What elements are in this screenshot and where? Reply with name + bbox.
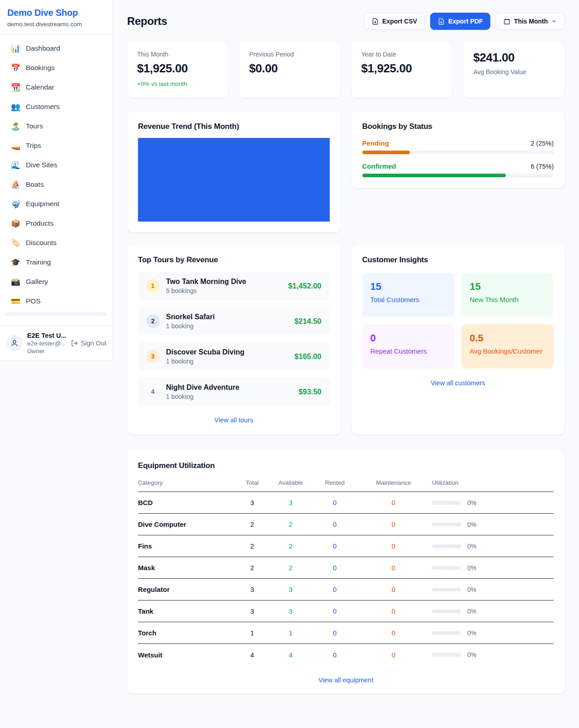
col-total: Total [235, 479, 269, 486]
sign-out-button[interactable]: Sign Out [71, 340, 106, 347]
sidebar-item-label: Products [26, 219, 53, 227]
revenue-trend-chart [138, 138, 330, 222]
equipment-total: 2 [235, 520, 269, 528]
stat-value: $1,925.00 [361, 61, 443, 76]
view-all-equipment-link[interactable]: View all equipment [318, 676, 373, 684]
equipment-rented: 0 [312, 651, 357, 659]
status-value: 2 (25%) [531, 140, 554, 147]
rank-badge: 2 [146, 314, 160, 328]
equipment-available: 3 [269, 607, 312, 615]
tour-revenue: $214.50 [294, 317, 322, 326]
sidebar-item-label: Customers [26, 103, 60, 111]
sidebar-item-training[interactable]: 🎓 Training [5, 254, 107, 271]
insights-row: Top Tours by Revenue 1 Two Tank Morning … [127, 245, 565, 435]
equipment-maintenance: 0 [357, 629, 430, 637]
col-available: Available [269, 479, 312, 486]
brand-name: Demo Dive Shop [7, 8, 105, 18]
sidebar-item-dashboard[interactable]: 📊 Dashboard [5, 40, 107, 57]
sidebar-item-label: Tours [26, 122, 43, 130]
equipment-rented: 0 [312, 586, 357, 593]
page-title: Reports [127, 15, 167, 28]
user-email: e2e-tester@... [27, 340, 66, 347]
sidebar-item-customers[interactable]: 👥 Customers [5, 98, 107, 115]
status-label: Confirmed [362, 162, 396, 170]
table-row: Dive Computer 2 2 0 0 0% [138, 514, 554, 535]
sidebar-item-label: POS [26, 297, 41, 305]
period-dropdown[interactable]: This Month [496, 13, 565, 30]
tour-row: 1 Two Tank Morning Dive 5 bookings $1,45… [138, 272, 330, 300]
stat-delta: +0% vs last month [137, 80, 218, 87]
bookings-by-status-card: Bookings by Status Pending 2 (25%) Confi… [351, 111, 565, 188]
user-name: E2E Test U... [27, 332, 66, 339]
rank-badge: 1 [146, 279, 160, 293]
utilization-bar [432, 588, 461, 591]
brand-domain: demo.test.divestreams.com [7, 21, 105, 28]
brand-block: Demo Dive Shop demo.test.divestreams.com [0, 0, 113, 34]
export-csv-button[interactable]: Export CSV [364, 13, 425, 30]
equipment-rented: 0 [312, 629, 357, 637]
credit-card-icon: 💳 [11, 297, 20, 306]
status-label: Pending [362, 139, 389, 147]
sidebar-item-boats[interactable]: ⛵ Boats [5, 176, 107, 193]
sidebar-item-pos[interactable]: 💳 POS [5, 293, 107, 310]
equipment-category: Dive Computer [138, 520, 235, 528]
header-actions: Export CSV Export PDF This Month [364, 13, 565, 30]
sidebar-item-dive-sites[interactable]: 🌊 Dive Sites [5, 156, 107, 174]
island-icon: 🏝️ [11, 122, 20, 131]
equipment-maintenance: 0 [357, 499, 430, 506]
utilization-percent: 0% [467, 521, 476, 528]
sidebar-item-discounts[interactable]: 🏷️ Discounts [5, 234, 107, 251]
equipment-available: 2 [269, 564, 312, 572]
tile-new-this-month: 15 New This Month [461, 273, 554, 317]
view-all-tours-link[interactable]: View all tours [214, 416, 253, 424]
sign-out-icon [71, 340, 78, 347]
equipment-maintenance: 0 [357, 520, 430, 528]
charts-row: Revenue Trend (This Month) Bookings by S… [127, 111, 565, 232]
utilization-percent: 0% [467, 564, 476, 572]
rank-badge: 4 [146, 385, 160, 398]
wave-icon: 🌊 [11, 161, 20, 170]
tour-revenue: $1,452.00 [288, 282, 321, 290]
table-row: Torch 1 1 0 0 0% [138, 622, 554, 644]
sidebar-item-label: Dive Sites [26, 161, 57, 169]
sidebar-item-products[interactable]: 📦 Products [5, 215, 107, 232]
view-all-customers-link[interactable]: View all customers [431, 379, 485, 387]
sidebar-item-bookings[interactable]: 📅 Bookings [5, 59, 107, 76]
top-tours-title: Top Tours by Revenue [138, 255, 330, 265]
tile-value: 0 [370, 332, 446, 344]
sailboat-icon: ⛵ [11, 180, 20, 189]
equipment-table-header: Category Total Available Rented Maintena… [138, 479, 554, 492]
export-pdf-button[interactable]: Export PDF [430, 13, 490, 30]
stat-value: $0.00 [249, 61, 331, 76]
rank-badge: 3 [146, 350, 160, 363]
equipment-category: Wetsuit [138, 651, 235, 659]
tile-avg-bookings-customer: 0.5 Avg Bookings/Customer [461, 324, 554, 369]
sidebar-item-label: Equipment [26, 200, 59, 208]
user-role: Owner [27, 348, 66, 355]
sidebar-item-equipment[interactable]: 🤿 Equipment [5, 195, 107, 213]
stat-card-year-to-date: Year to Date $1,925.00 [351, 42, 453, 98]
tour-name: Night Dive Adventure [166, 383, 292, 392]
equipment-category: BCD [138, 499, 235, 506]
utilization-percent: 0% [467, 499, 476, 506]
equipment-total: 4 [235, 651, 269, 659]
status-row-confirmed: Confirmed 6 (75%) [362, 162, 554, 177]
sidebar-item-label: Trips [26, 142, 41, 150]
sidebar-item-tours[interactable]: 🏝️ Tours [5, 118, 107, 135]
table-row: Regulator 3 3 0 0 0% [138, 579, 554, 600]
graduation-cap-icon: 🎓 [11, 258, 20, 267]
stat-label: This Month [137, 51, 218, 58]
equipment-available: 3 [269, 586, 312, 593]
equipment-total: 3 [235, 499, 269, 506]
insight-tiles: 15 Total Customers 15 New This Month 0 R… [362, 273, 554, 369]
sidebar-item-reports-active-partial[interactable] [5, 312, 108, 316]
stat-value: $1,925.00 [137, 61, 218, 76]
tile-label: Total Customers [370, 296, 446, 303]
sidebar-item-gallery[interactable]: 📸 Gallery [5, 273, 107, 290]
tour-bookings: 1 booking [166, 358, 288, 365]
equipment-rented: 0 [312, 564, 357, 572]
sidebar-item-calendar[interactable]: 📆 Calendar [5, 79, 107, 96]
utilization-percent: 0% [467, 543, 476, 550]
sidebar-item-trips[interactable]: 🚤 Trips [5, 137, 107, 154]
tile-value: 15 [470, 281, 546, 293]
